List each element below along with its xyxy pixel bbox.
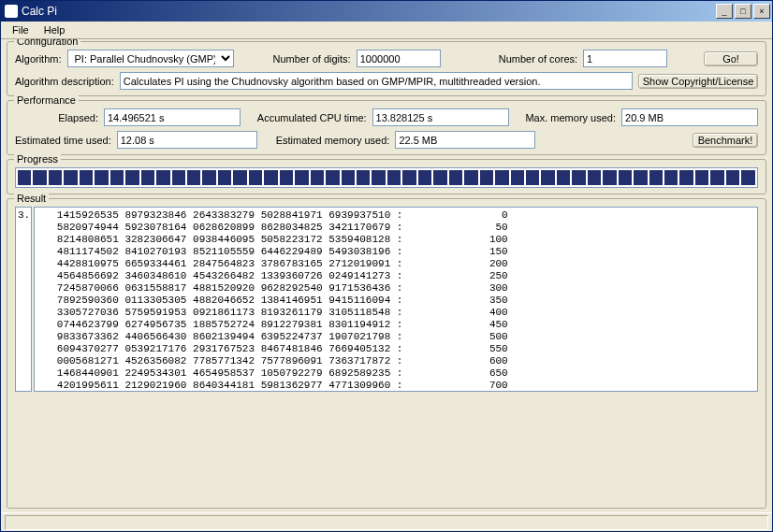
progress-segment bbox=[64, 170, 77, 185]
performance-legend: Performance bbox=[14, 94, 79, 106]
cpu-field bbox=[372, 108, 509, 126]
progress-group: Progress bbox=[7, 159, 766, 194]
benchmark-button[interactable]: Benchmark! bbox=[693, 133, 758, 148]
license-button[interactable]: Show Copyright/License bbox=[638, 74, 758, 89]
progress-segment bbox=[372, 170, 385, 185]
progress-segment bbox=[433, 170, 446, 185]
progress-segment bbox=[619, 170, 632, 185]
progress-segment bbox=[495, 170, 508, 185]
progress-segment bbox=[202, 170, 215, 185]
progress-segment bbox=[726, 170, 739, 185]
result-prefix: 3. bbox=[15, 207, 32, 392]
menu-file[interactable]: File bbox=[5, 22, 36, 37]
progress-segment bbox=[264, 170, 277, 185]
close-button[interactable]: × bbox=[753, 4, 770, 19]
progress-segment bbox=[280, 170, 293, 185]
result-output[interactable]: 1415926535 8979323846 2643383279 5028841… bbox=[34, 207, 758, 392]
minimize-button[interactable]: _ bbox=[716, 4, 733, 19]
progress-segment bbox=[295, 170, 308, 185]
statusbar bbox=[1, 512, 772, 531]
algorithm-label: Algorithm: bbox=[15, 53, 62, 65]
progress-segment bbox=[480, 170, 493, 185]
progress-segment bbox=[110, 170, 124, 185]
progress-legend: Progress bbox=[14, 153, 61, 165]
titlebar: Calc Pi _ □ × bbox=[1, 1, 772, 22]
progress-segment bbox=[710, 170, 723, 185]
progress-segment bbox=[33, 170, 46, 185]
digits-input[interactable] bbox=[357, 50, 441, 67]
progress-segment bbox=[218, 170, 231, 185]
progress-segment bbox=[80, 170, 93, 185]
progress-segment bbox=[464, 170, 477, 185]
progress-segment bbox=[125, 170, 139, 185]
progress-segment bbox=[649, 170, 663, 185]
progress-segment bbox=[95, 170, 108, 185]
elapsed-field bbox=[104, 108, 241, 126]
menu-help[interactable]: Help bbox=[36, 22, 73, 37]
progress-segment bbox=[634, 170, 647, 185]
progress-segment bbox=[326, 170, 339, 185]
progress-segment bbox=[664, 170, 678, 185]
progress-segment bbox=[695, 170, 708, 185]
mem-label: Max. memory used: bbox=[525, 112, 616, 123]
cpu-label: Accumulated CPU time: bbox=[257, 112, 367, 123]
elapsed-label: Elapsed: bbox=[58, 112, 98, 123]
progress-bar bbox=[15, 167, 758, 188]
progress-segment bbox=[18, 170, 31, 185]
progress-segment bbox=[141, 170, 154, 185]
progress-segment bbox=[233, 170, 246, 185]
progress-segment bbox=[249, 170, 262, 185]
progress-segment bbox=[741, 170, 754, 185]
go-button[interactable]: Go! bbox=[704, 51, 758, 66]
est-time-field bbox=[117, 131, 257, 149]
result-group: Result 3. 1415926535 8979323846 26433832… bbox=[7, 198, 766, 509]
digits-label: Number of digits: bbox=[273, 53, 351, 65]
configuration-group: Configuration Algorithm: PI: Parallel Ch… bbox=[7, 41, 766, 96]
est-mem-label: Estimated memory used: bbox=[276, 135, 390, 146]
cores-label: Number of cores: bbox=[499, 53, 577, 65]
progress-segment bbox=[402, 170, 416, 185]
maximize-button[interactable]: □ bbox=[735, 4, 751, 19]
est-time-label: Estimated time used: bbox=[15, 135, 111, 146]
progress-segment bbox=[541, 170, 554, 185]
progress-segment bbox=[357, 170, 370, 185]
progress-segment bbox=[387, 170, 401, 185]
cores-input[interactable] bbox=[583, 50, 667, 67]
app-icon bbox=[5, 5, 18, 18]
progress-segment bbox=[588, 170, 601, 185]
result-legend: Result bbox=[14, 193, 49, 204]
progress-segment bbox=[49, 170, 62, 185]
progress-segment bbox=[311, 170, 324, 185]
est-mem-field bbox=[395, 131, 535, 149]
description-field bbox=[120, 72, 633, 90]
progress-segment bbox=[449, 170, 462, 185]
progress-segment bbox=[572, 170, 585, 185]
progress-segment bbox=[187, 170, 200, 185]
configuration-legend: Configuration bbox=[14, 39, 80, 47]
progress-segment bbox=[557, 170, 570, 185]
progress-segment bbox=[156, 170, 169, 185]
description-label: Algorithm description: bbox=[15, 76, 114, 87]
performance-group: Performance Elapsed: Accumulated CPU tim… bbox=[7, 100, 766, 155]
progress-segment bbox=[172, 170, 185, 185]
menubar: File Help bbox=[1, 22, 772, 39]
progress-segment bbox=[603, 170, 616, 185]
progress-segment bbox=[679, 170, 693, 185]
progress-segment bbox=[418, 170, 431, 185]
algorithm-select[interactable]: PI: Parallel Chudnovsky (GMP) bbox=[67, 50, 234, 67]
window-title: Calc Pi bbox=[22, 5, 57, 18]
progress-segment bbox=[526, 170, 539, 185]
progress-segment bbox=[342, 170, 355, 185]
mem-field bbox=[621, 108, 758, 126]
progress-segment bbox=[511, 170, 524, 185]
